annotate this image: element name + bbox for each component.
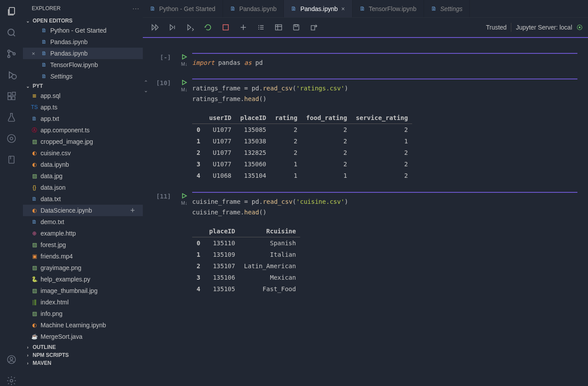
output-dataframe: userIDplaceIDratingfood_ratingservice_ra…: [192, 112, 412, 181]
files-icon[interactable]: [6, 6, 17, 17]
export-icon[interactable]: [307, 20, 321, 34]
run-cell-icon[interactable]: [181, 193, 187, 199]
open-editor-item[interactable]: 🗎Python - Get Started: [23, 25, 143, 36]
debug-icon[interactable]: [6, 70, 17, 80]
add-cell-icon[interactable]: [236, 20, 250, 34]
project-header[interactable]: ⌄ PYT: [23, 82, 143, 90]
interrupt-icon[interactable]: [219, 20, 233, 34]
file-icon: 🗎: [41, 61, 48, 68]
cell-move-arrows[interactable]: ⌃⌄: [143, 79, 151, 94]
file-item[interactable]: 🐍help_examples.py: [23, 274, 143, 285]
file-icon: 🗎: [360, 5, 365, 12]
account-icon[interactable]: [6, 354, 17, 365]
editor-tab[interactable]: 🗎Settings: [424, 0, 470, 17]
cell-indicator: [192, 79, 577, 79]
file-item[interactable]: ◐DataScience.ipynb+: [23, 205, 143, 216]
img-icon: ▨: [31, 287, 38, 294]
open-editor-item[interactable]: 🗎TensorFlow.ipynb: [23, 59, 143, 71]
editor-tab[interactable]: 🗎Python - Get Started: [143, 0, 223, 17]
source-control-icon[interactable]: [6, 49, 17, 59]
file-item[interactable]: ◐cuisine.csv: [23, 147, 143, 159]
extensions-icon[interactable]: [6, 91, 17, 101]
svg-point-5: [12, 75, 16, 79]
add-icon[interactable]: +: [130, 206, 135, 215]
code-content[interactable]: import pandas as pd: [192, 57, 577, 68]
file-label: data.jpg: [41, 172, 63, 180]
notebook-toolbar: Trusted Jupyter Server: local ⦿: [143, 18, 588, 38]
svg-rect-8: [12, 97, 15, 100]
code-content[interactable]: cuisine_frame = pd.read_csv('cuisine.csv…: [192, 196, 577, 217]
maven-header[interactable]: › MAVEN: [23, 359, 143, 367]
file-item[interactable]: ▨image_thumbnail.jpg: [23, 285, 143, 296]
file-item[interactable]: ▨cropped_image.jpg: [23, 136, 143, 147]
outline-label: OUTLINE: [33, 344, 56, 350]
file-item[interactable]: ⊕example.http: [23, 228, 143, 239]
trusted-label[interactable]: Trusted: [486, 24, 506, 31]
markdown-toggle[interactable]: M↓: [181, 61, 188, 67]
file-item[interactable]: ▨forest.jpg: [23, 239, 143, 251]
file-item[interactable]: ▣friends.mp4: [23, 251, 143, 262]
server-label[interactable]: Jupyter Server: local: [516, 24, 572, 31]
file-item[interactable]: 🗎data.txt: [23, 193, 143, 205]
clear-output-icon[interactable]: [254, 20, 268, 34]
img-icon: ▨: [31, 241, 38, 248]
file-item[interactable]: {}data.json: [23, 182, 143, 193]
file-label: Pandas.ipynb: [50, 38, 88, 45]
run-above-icon[interactable]: [166, 20, 180, 34]
markdown-toggle[interactable]: M↓: [181, 200, 188, 206]
file-item[interactable]: ☕MergeSort.java: [23, 331, 143, 342]
run-below-icon[interactable]: [183, 20, 197, 34]
npm-label: NPM SCRIPTS: [33, 352, 69, 358]
run-cell-icon[interactable]: [181, 54, 187, 60]
file-item[interactable]: ▨info.png: [23, 308, 143, 319]
file-item[interactable]: ▨data.jpg: [23, 170, 143, 182]
file-item[interactable]: |ǁindex.html: [23, 296, 143, 308]
run-all-icon[interactable]: [148, 20, 162, 34]
file-tree: ≣app.sqlTSapp.ts🗎app.txtⒶapp.component.t…: [23, 90, 143, 342]
file-item[interactable]: 🗎demo.txt: [23, 216, 143, 228]
open-editors-header[interactable]: ⌄ OPEN EDITORS: [23, 17, 143, 25]
restart-icon[interactable]: [201, 20, 215, 34]
file-item[interactable]: ◐Machine Learning.ipynb: [23, 319, 143, 331]
file-item[interactable]: ▨grayimage.png: [23, 262, 143, 274]
file-item[interactable]: Ⓐapp.component.ts: [23, 124, 143, 136]
file-item[interactable]: ◐data.ipynb: [23, 159, 143, 170]
open-editor-item[interactable]: 🗎Settings: [23, 71, 143, 82]
chevron-down-icon: ⌄: [25, 84, 31, 89]
db-icon: ≣: [31, 92, 38, 99]
save-icon[interactable]: [289, 20, 303, 34]
remote-icon[interactable]: [6, 133, 17, 144]
file-label: cuisine.csv: [41, 150, 71, 157]
file-label: app.ts: [41, 104, 57, 111]
cell-indicator: [192, 192, 577, 193]
notebook-cell: [-] M↓ import pandas as pd: [143, 53, 588, 68]
close-icon[interactable]: ×: [341, 5, 345, 12]
bookmark-icon[interactable]: [6, 154, 17, 165]
file-item[interactable]: TSapp.ts: [23, 101, 143, 113]
more-icon[interactable]: ⋯: [132, 4, 139, 13]
open-editor-item[interactable]: ×🗎Pandas.ipynb: [23, 48, 143, 59]
search-icon[interactable]: [6, 27, 17, 38]
ang-icon: Ⓐ: [31, 127, 38, 134]
editor-tab[interactable]: 🗎Pandas.ipynb: [223, 0, 284, 17]
beaker-icon[interactable]: [6, 112, 17, 123]
variables-icon[interactable]: [272, 20, 286, 34]
editor-tab[interactable]: 🗎TensorFlow.ipynb: [353, 0, 424, 17]
run-cell-icon[interactable]: [181, 79, 187, 86]
code-content[interactable]: ratings_frame = pd.read_csv('ratings.csv…: [192, 83, 577, 104]
notebook-cells: [-] M↓ import pandas as pd ⌃⌄ [10] M↓ ra…: [143, 38, 588, 386]
markdown-toggle[interactable]: M↓: [181, 87, 188, 92]
editor-tab[interactable]: 🗎Pandas.ipynb×: [284, 0, 352, 17]
file-item[interactable]: 🗎app.txt: [23, 113, 143, 124]
file-label: Machine Learning.ipynb: [41, 322, 106, 329]
gear-icon[interactable]: [6, 375, 17, 386]
jup-icon: ◐: [31, 207, 38, 214]
file-item[interactable]: ≣app.sql: [23, 90, 143, 101]
svg-rect-9: [12, 92, 15, 95]
close-icon[interactable]: ×: [32, 50, 38, 57]
outline-header[interactable]: › OUTLINE: [23, 343, 143, 351]
npm-header[interactable]: › NPM SCRIPTS: [23, 351, 143, 359]
file-label: data.json: [41, 184, 66, 191]
svg-rect-19: [295, 25, 298, 26]
open-editor-item[interactable]: 🗎Pandas.ipynb: [23, 36, 143, 48]
